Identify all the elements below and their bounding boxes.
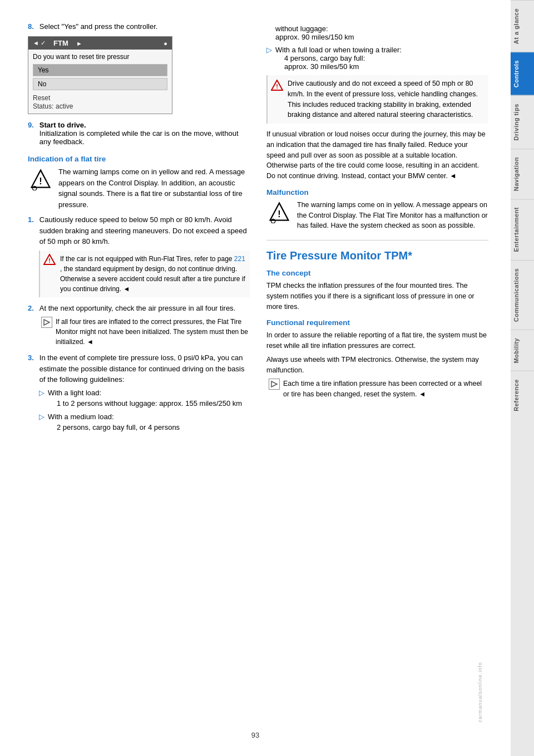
ftm-nav-left: ◄ ✓ [33,40,46,47]
arrow-box-icon-1 [41,317,52,328]
right-bullet-sub1b: approx. 90 miles/150 km [266,33,488,41]
main-content: 8. Select "Yes" and press the controller… [0,0,511,756]
malfunction-lamp-svg: ! [268,201,290,223]
page-container: 8. Select "Yes" and press the controller… [0,0,534,756]
note-1-link[interactable]: 221 [234,255,245,263]
ftm-status-label: Status: [33,102,53,110]
right-bullet-2-arrow: ▷ [266,46,272,71]
sidebar-tab-controls[interactable]: Controls [511,52,534,95]
step-9-text1: Start to drive. [39,121,250,129]
bullet-1-arrow: ▷ [39,387,44,409]
note-1-text-before: If the car is not equipped with Run-Flat… [60,255,233,263]
ftm-display-box: ◄ ✓ FTM ► ● Do you want to reset tire pr… [28,36,172,114]
sidebar: At a glance Controls Driving tips Naviga… [511,0,534,756]
bullet-1-text: With a light load: [48,387,242,399]
svg-marker-5 [44,320,50,325]
sidebar-tab-driving-tips[interactable]: Driving tips [511,95,534,149]
caution-note-box: ! Drive cautiously and do not exceed a s… [266,75,488,124]
step-9-content: Start to drive. Initialization is comple… [39,121,250,146]
functional-heading: Functional requirement [266,318,488,327]
step-9: 9. Start to drive. Initialization is com… [28,121,250,146]
right-bullet-2-text: With a full load or when towing a traile… [275,46,402,54]
svg-text:!: ! [39,176,42,186]
bullet-2-sub: 2 persons, cargo bay full, or 4 persons [48,422,180,433]
bullet-1: ▷ With a light load: 1 to 2 persons with… [39,387,250,409]
flat-tire-heading: Indication of a flat tire [28,155,250,163]
sidebar-tab-navigation[interactable]: Navigation [511,149,534,199]
ftm-header-left: ◄ ✓ FTM ► [33,39,82,47]
arrow-note-2: Each time a tire inflation pressure has … [266,379,488,400]
flat-tire-step-3-num: 3. [28,352,34,385]
flat-tire-step-1-text: Cautiously reduce speed to below 50 mph … [39,214,250,247]
svg-text:!: ! [278,209,280,219]
step-9-number: 9. [28,121,34,146]
note-box-1: ! If the car is not equipped with Run-Fl… [39,251,250,297]
arrow-note-1: If all four tires are inflated to the co… [39,317,250,347]
step-8: 8. Select "Yes" and press the controller… [28,22,250,31]
malfunction-icon-text: The warning lamps come on in yellow. A m… [297,200,488,231]
bullet-2-text: With a medium load: [48,411,180,423]
functional-text1: In order to assure the reliable reportin… [266,330,488,351]
ftm-reset-row: Reset [33,94,167,102]
flat-tire-step-1: 1. Cautiously reduce speed to below 50 m… [28,214,250,297]
flat-tire-icon-text: The warning lamps come on in yellow and … [58,166,250,210]
ftm-status-value: active [56,102,73,110]
right-bullet-2-content: With a full load or when towing a traile… [275,46,402,71]
arrow-note-symbol: ◄ [87,338,93,346]
right-bullet-2-sub2: approx. 30 miles/50 km [275,62,402,71]
arrow-note2-content: Each time a tire inflation pressure has … [283,380,482,398]
flat-tire-step-3-text: In the event of complete tire pressure l… [39,352,250,385]
concept-heading: The concept [266,269,488,277]
sidebar-tab-communications[interactable]: Communications [511,260,534,330]
sidebar-tab-mobility[interactable]: Mobility [511,330,534,371]
concept-text: TPM checks the inflation pressures of th… [266,281,488,312]
two-col-layout: 8. Select "Yes" and press the controller… [28,22,488,439]
caution-warning-icon: ! [271,80,283,92]
flat-tire-warning-icon: ! [28,166,53,192]
svg-text:!: ! [276,83,278,90]
page-number: 93 [251,731,259,739]
right-bullet-2: ▷ With a full load or when towing a trai… [266,46,488,71]
svg-text:!: ! [48,257,51,264]
right-bullet-continuation: without luggage: approx. 90 miles/150 km [266,24,488,41]
unusual-vibration-para: If unusual vibration or loud noises occu… [266,129,488,181]
ftm-reset-label[interactable]: Reset [33,94,50,102]
ftm-dot: ● [164,40,167,47]
arrow-note-2-text: Each time a tire inflation pressure has … [283,379,488,400]
malfunction-heading: Malfunction [266,188,488,197]
note-1-text: If the car is not equipped with Run-Flat… [60,254,246,294]
flat-tire-step-1-num: 1. [28,214,34,247]
right-bullet-2-sub: 4 persons, cargo bay full: [275,54,402,62]
bullet-2-arrow: ▷ [39,411,44,433]
ftm-question: Do you want to reset tire pressur [33,53,167,61]
bullet-2: ▷ With a medium load: 2 persons, cargo b… [39,411,250,433]
malfunction-warning-icon: ! [266,200,291,225]
warning-triangle-1: ! [43,254,56,294]
functional-text2: Always use wheels with TPM electronics. … [266,355,488,376]
step-8-text: Select "Yes" and press the controller. [39,22,158,31]
bullet-2-content: With a medium load: 2 persons, cargo bay… [48,411,180,433]
ftm-option-yes[interactable]: Yes [33,64,167,76]
sidebar-tab-entertainment[interactable]: Entertainment [511,199,534,259]
arrow-note-text: If all four tires are inflated to the co… [56,318,248,346]
flat-tire-step-2-num: 2. [28,303,34,314]
arrow-note-1-text: If all four tires are inflated to the co… [56,317,250,347]
sidebar-tab-at-a-glance[interactable]: At a glance [511,0,534,52]
ftm-status-row: Status: active [33,102,167,110]
right-bullet-sub1: without luggage: [266,24,488,33]
step-3-sub-content: ▷ With a light load: 1 to 2 persons with… [39,387,250,433]
tpm-heading: Tire Pressure Monitor TPM* [266,249,488,262]
step-9-text2: Initialization is completed while the ca… [39,129,250,146]
note-1-text-after: , the standard equipment by design, do n… [60,265,245,293]
left-column: 8. Select "Yes" and press the controller… [28,22,250,439]
step-8-number: 8. [28,22,34,31]
bullet-1-content: With a light load: 1 to 2 persons withou… [48,387,242,409]
warning-lamp-svg: ! [29,168,52,190]
ftm-option-no[interactable]: No [33,78,167,90]
caution-note-text: Drive cautiously and do not exceed a spe… [288,78,485,120]
sidebar-tab-reference[interactable]: Reference [511,371,534,419]
para1-symbol: ◄ [449,172,456,180]
ftm-body: Do you want to reset tire pressur Yes No… [28,50,172,114]
section-divider [266,240,488,240]
arrow-note2-symbol: ◄ [419,390,426,398]
